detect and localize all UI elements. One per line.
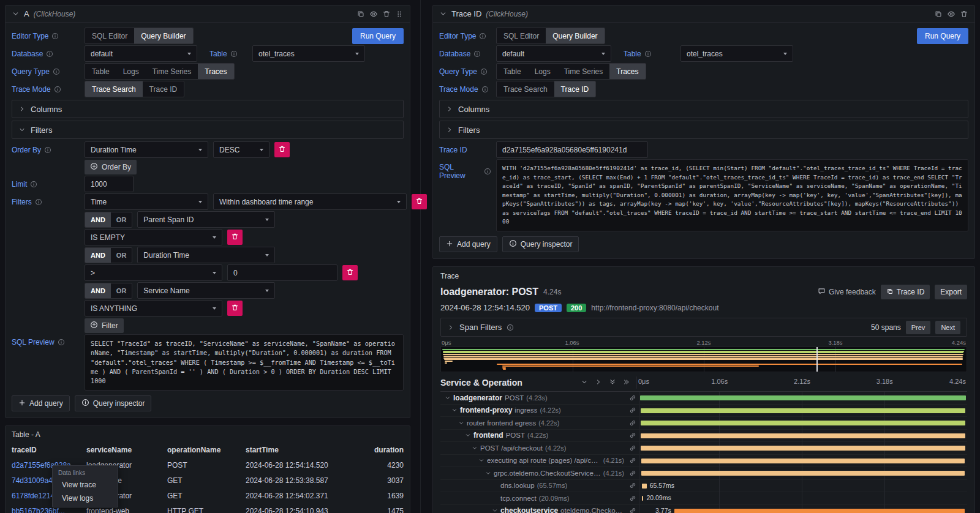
pane-divider[interactable] bbox=[420, 0, 421, 513]
database-select[interactable]: default bbox=[496, 45, 611, 62]
give-feedback-link[interactable]: Give feedback bbox=[818, 287, 876, 297]
and-option[interactable]: AND bbox=[85, 283, 111, 298]
trace-minimap[interactable] bbox=[440, 346, 967, 372]
collapse-all-icon[interactable] bbox=[609, 378, 616, 388]
span-bar[interactable] bbox=[674, 509, 965, 513]
span-row[interactable]: executing api route (pages) /api/checkou… bbox=[440, 455, 967, 468]
info-icon[interactable] bbox=[46, 50, 53, 58]
column-header-serviceName[interactable]: serviceName bbox=[86, 446, 167, 454]
span-link-icon[interactable] bbox=[627, 470, 636, 477]
query-inspector-button[interactable]: Query inspector bbox=[502, 236, 579, 252]
or-option[interactable]: OR bbox=[111, 248, 132, 263]
info-icon[interactable] bbox=[644, 50, 652, 58]
filter-value-input[interactable]: 0 bbox=[227, 264, 337, 281]
span-link-icon[interactable] bbox=[627, 495, 636, 502]
span-row[interactable]: dns.lookup(65.57ms)65.57ms bbox=[440, 480, 967, 493]
span-row[interactable]: POST /api/checkout(4.22s) bbox=[440, 442, 967, 455]
order-by-field-select[interactable]: Duration Time bbox=[85, 141, 208, 158]
add-query-button[interactable]: Add query bbox=[12, 395, 70, 411]
info-icon[interactable] bbox=[479, 32, 486, 40]
disable-query-icon[interactable] bbox=[947, 10, 956, 18]
view-trace-menu-item[interactable]: View trace bbox=[53, 478, 118, 492]
column-header-duration[interactable]: duration bbox=[360, 446, 404, 454]
column-header-traceID[interactable]: traceID bbox=[12, 446, 86, 454]
duplicate-query-icon[interactable] bbox=[356, 10, 365, 18]
filter-operator-select[interactable]: IS ANYTHING bbox=[85, 300, 222, 316]
table-select[interactable]: otel_traces bbox=[252, 45, 365, 62]
trace-id-copy-button[interactable]: Trace ID bbox=[881, 285, 930, 299]
info-icon[interactable] bbox=[53, 68, 60, 75]
filters-section-toggle[interactable]: Filters bbox=[12, 121, 404, 139]
filter-operator-select[interactable]: > bbox=[85, 264, 222, 281]
span-link-icon[interactable] bbox=[627, 419, 636, 427]
run-query-button[interactable]: Run Query bbox=[352, 28, 404, 44]
remove-filter-button[interactable] bbox=[412, 194, 427, 209]
collapse-children-icon[interactable] bbox=[444, 395, 451, 401]
span-link-icon[interactable] bbox=[627, 482, 636, 489]
query-type-logs[interactable]: Logs bbox=[116, 64, 146, 79]
span-link-icon[interactable] bbox=[627, 394, 636, 402]
query-type-traces[interactable]: Traces bbox=[198, 64, 233, 79]
and-option[interactable]: AND bbox=[85, 212, 111, 227]
span-row[interactable]: loadgeneratorPOST(4.23s) bbox=[440, 392, 967, 405]
info-icon[interactable] bbox=[44, 146, 51, 154]
span-bar[interactable] bbox=[641, 446, 965, 451]
filter-field-select[interactable]: Duration Time bbox=[137, 247, 275, 263]
span-link-icon[interactable] bbox=[627, 406, 636, 414]
query-inspector-button[interactable]: Query inspector bbox=[75, 395, 152, 411]
remove-filter-button[interactable] bbox=[227, 230, 243, 245]
span-bar[interactable] bbox=[641, 408, 966, 413]
span-row[interactable]: checkoutserviceoteldemo.CheckoutService/… bbox=[440, 505, 967, 513]
span-link-icon[interactable] bbox=[627, 444, 636, 452]
info-icon[interactable] bbox=[507, 324, 514, 331]
add-filter-button[interactable]: Filter bbox=[85, 318, 124, 333]
limit-input[interactable]: 1000 bbox=[85, 176, 134, 192]
info-icon[interactable] bbox=[51, 32, 59, 40]
export-button[interactable]: Export bbox=[935, 285, 967, 299]
remove-filter-button[interactable] bbox=[227, 301, 243, 316]
sql-editor-option[interactable]: SQL Editor bbox=[85, 28, 134, 43]
span-row[interactable]: router frontend egress(4.22s) bbox=[440, 417, 967, 430]
columns-section-toggle[interactable]: Columns bbox=[439, 100, 968, 118]
disable-query-icon[interactable] bbox=[369, 10, 378, 18]
info-icon[interactable] bbox=[58, 339, 65, 346]
next-span-button[interactable]: Next bbox=[935, 321, 960, 334]
span-bar[interactable] bbox=[641, 471, 965, 476]
delete-query-icon[interactable] bbox=[382, 10, 391, 18]
column-header-startTime[interactable]: startTime bbox=[246, 446, 360, 454]
info-icon[interactable] bbox=[35, 198, 42, 206]
table-select[interactable]: otel_traces bbox=[680, 45, 793, 62]
column-header-operationName[interactable]: operationName bbox=[167, 446, 246, 454]
info-icon[interactable] bbox=[30, 181, 37, 188]
span-bar[interactable] bbox=[640, 395, 966, 400]
span-bar[interactable] bbox=[641, 433, 965, 438]
drag-handle-icon[interactable] bbox=[395, 10, 404, 18]
filter-operator-select[interactable]: IS EMPTY bbox=[85, 229, 222, 245]
span-link-icon[interactable] bbox=[627, 507, 636, 513]
order-by-direction-select[interactable]: DESC bbox=[213, 141, 270, 158]
collapse-children-icon[interactable] bbox=[471, 445, 478, 451]
span-row[interactable]: tcp.connect(20.09ms)20.09ms bbox=[440, 492, 967, 505]
query-type-logs[interactable]: Logs bbox=[528, 64, 557, 79]
span-bar[interactable] bbox=[641, 459, 965, 463]
span-bar[interactable] bbox=[642, 496, 644, 501]
minimap-cursor[interactable] bbox=[816, 347, 818, 372]
span-link-icon[interactable] bbox=[627, 432, 636, 439]
span-row[interactable]: frontendPOST(4.22s) bbox=[440, 430, 967, 443]
trace-mode-search[interactable]: Trace Search bbox=[497, 81, 554, 97]
query-type-time-series[interactable]: Time Series bbox=[557, 64, 610, 79]
span-row[interactable]: frontend-proxyingress(4.22s) bbox=[440, 405, 967, 418]
trace-mode-id[interactable]: Trace ID bbox=[554, 81, 596, 97]
collapse-children-icon[interactable] bbox=[478, 457, 484, 463]
or-option[interactable]: OR bbox=[111, 212, 132, 227]
or-option[interactable]: OR bbox=[111, 283, 132, 298]
info-icon[interactable] bbox=[480, 68, 488, 75]
collapse-query-icon[interactable] bbox=[439, 10, 447, 18]
chevron-right-icon[interactable] bbox=[447, 324, 454, 331]
add-order-by-button[interactable]: Order By bbox=[85, 160, 137, 174]
add-query-button[interactable]: Add query bbox=[439, 236, 497, 252]
database-select[interactable]: default bbox=[85, 45, 197, 62]
prev-span-button[interactable]: Prev bbox=[906, 321, 931, 334]
expand-one-icon[interactable] bbox=[595, 378, 602, 388]
query-type-table[interactable]: Table bbox=[85, 64, 116, 79]
